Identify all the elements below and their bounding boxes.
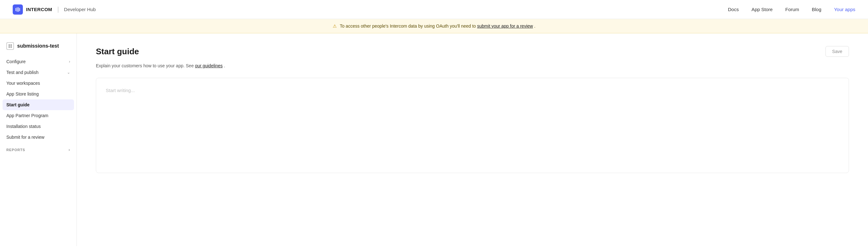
page-title: Start guide [96,47,139,57]
sidebar-item-submit-for-review[interactable]: Submit for a review [0,132,76,143]
banner-text-before: To access other people's Intercom data b… [340,24,476,29]
app-icon [6,42,14,50]
main-content: Start guide Save Explain your customers … [77,33,868,246]
logo-icon [13,4,23,14]
submit-review-label: Submit for a review [6,134,44,140]
subtitle-text-after: . [224,63,225,68]
svg-rect-2 [18,7,19,12]
sidebar-item-configure[interactable]: Configure › [0,56,76,67]
nav-your-apps[interactable]: Your apps [834,7,855,12]
nav-docs[interactable]: Docs [728,7,739,12]
sidebar-item-installation-status[interactable]: Installation status [0,121,76,132]
header-left: INTERCOM | Developer Hub [13,4,96,14]
app-name-label: submissions-test [17,43,59,49]
sidebar-item-your-workspaces[interactable]: Your workspaces [0,78,76,89]
banner-text-after: . [534,24,536,29]
start-guide-label: Start guide [6,102,30,107]
logo[interactable]: INTERCOM [13,4,52,14]
sidebar-app-name: submissions-test [0,40,76,56]
test-publish-chevron: ⌄ [67,70,70,74]
svg-rect-0 [16,8,16,11]
header-divider: | [57,6,59,13]
warning-icon: ⚠ [333,24,337,29]
banner-submit-link[interactable]: submit your app for a review [477,24,533,29]
configure-label: Configure [6,59,26,64]
app-icon-svg [8,44,12,48]
main-layout: submissions-test Configure › Test and pu… [0,33,868,246]
app-store-listing-label: App Store listing [6,91,39,96]
subtitle-text-before: Explain your customers how to use your a… [96,63,194,68]
reports-chevron: › [69,148,70,152]
app-header: INTERCOM | Developer Hub Docs App Store … [0,0,868,19]
sidebar-item-start-guide[interactable]: Start guide [3,99,74,110]
svg-rect-7 [10,47,12,48]
nav-blog[interactable]: Blog [812,7,821,12]
sidebar: submissions-test Configure › Test and pu… [0,33,77,246]
guidelines-link[interactable]: our guidelines [195,63,222,68]
svg-rect-4 [8,44,10,46]
app-partner-label: App Partner Program [6,113,48,118]
sidebar-item-test-and-publish[interactable]: Test and publish ⌄ [0,67,76,78]
save-button[interactable]: Save [826,46,849,57]
sidebar-item-app-store-listing[interactable]: App Store listing [0,89,76,99]
editor-placeholder: Start writing... [106,88,135,93]
oauth-banner: ⚠ To access other people's Intercom data… [0,19,868,33]
reports-label: REPORTS [6,148,25,152]
editor-area[interactable]: Start writing... [96,78,849,173]
nav-app-store[interactable]: App Store [751,7,773,12]
svg-rect-1 [17,7,18,12]
svg-rect-6 [8,47,10,48]
dev-hub-label: Developer Hub [64,7,96,12]
svg-rect-5 [10,44,12,46]
header-nav: Docs App Store Forum Blog Your apps [728,7,855,12]
page-subtitle: Explain your customers how to use your a… [96,63,849,68]
intercom-logo-svg [14,6,21,13]
test-publish-label: Test and publish [6,70,38,75]
your-workspaces-label: Your workspaces [6,81,40,86]
configure-chevron: › [69,59,70,64]
logo-brand-text: INTERCOM [26,7,52,12]
page-header: Start guide Save [96,46,849,57]
svg-rect-3 [19,8,20,11]
installation-status-label: Installation status [6,124,41,129]
nav-forum[interactable]: Forum [785,7,799,12]
sidebar-item-app-partner-program[interactable]: App Partner Program [0,110,76,121]
sidebar-reports-section[interactable]: REPORTS › [0,143,76,155]
